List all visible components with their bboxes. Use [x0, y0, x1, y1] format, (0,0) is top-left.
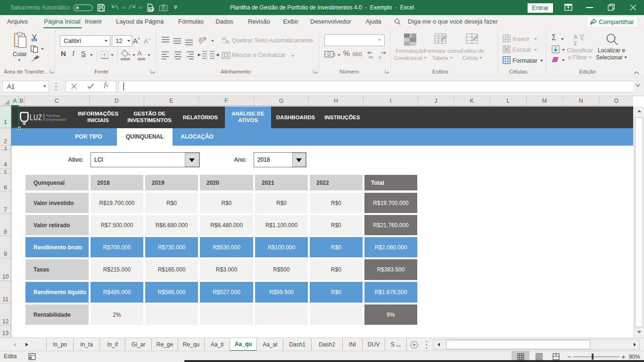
svg-text:.00: .00 — [368, 55, 373, 59]
svg-text:.0: .0 — [378, 55, 381, 59]
svg-text:A: A — [574, 34, 578, 40]
svg-text:ab: ab — [198, 35, 204, 43]
svg-text:Z: Z — [574, 41, 577, 46]
svg-text:ab: ab — [222, 36, 226, 41]
